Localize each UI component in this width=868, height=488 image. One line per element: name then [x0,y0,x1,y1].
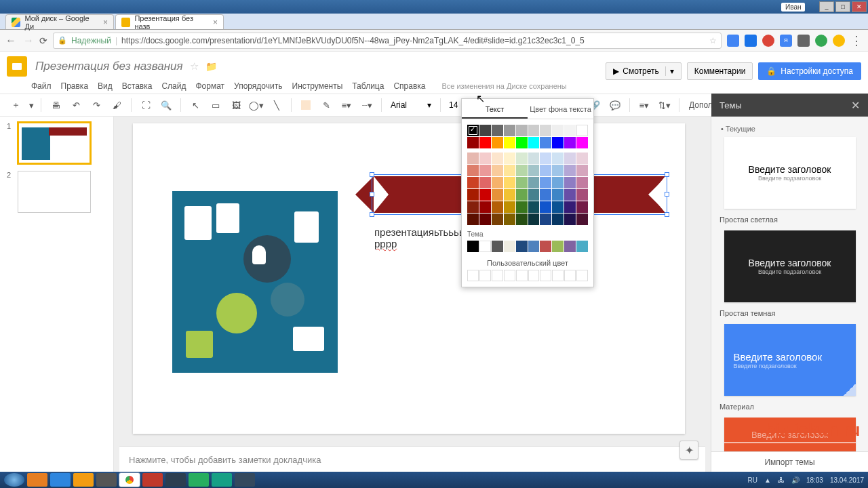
color-swatch[interactable] [492,177,503,188]
color-swatch[interactable] [528,241,540,252]
color-swatch[interactable] [576,214,588,225]
color-swatch[interactable] [576,189,588,201]
tray-network-icon[interactable]: 🖧 [778,476,785,484]
color-swatch[interactable] [492,241,503,252]
menu-file[interactable]: Файл [31,81,52,91]
text-color-tab[interactable]: Текст [462,99,528,119]
color-swatch[interactable] [479,177,491,188]
reload-button[interactable]: ⟳ [39,35,47,46]
taskbar-app-icon[interactable] [165,473,186,487]
color-swatch[interactable] [479,201,491,213]
slides-logo-icon[interactable] [7,56,27,77]
color-swatch[interactable] [492,165,503,176]
custom-color-slot[interactable] [528,270,540,281]
color-swatch[interactable] [492,189,503,201]
select-tool[interactable]: ↖ [186,96,204,114]
color-swatch[interactable] [552,137,564,148]
tab-close-icon[interactable]: × [103,18,108,27]
custom-color-slot[interactable] [479,270,491,281]
window-close-button[interactable]: ✕ [852,1,867,12]
ext-icon[interactable] [797,35,810,47]
resize-handle[interactable] [370,172,374,177]
theme-card-light[interactable]: Введите заголовок Введите подзаголовок [724,137,856,209]
taskbar-app-icon[interactable] [73,473,94,487]
color-swatch[interactable] [540,189,551,201]
slide-thumbnail[interactable] [18,171,91,213]
tray-date[interactable]: 13.04.2017 [830,476,864,484]
color-swatch[interactable] [504,241,515,252]
color-swatch[interactable] [540,177,551,188]
color-swatch[interactable] [492,201,503,213]
color-swatch[interactable] [564,214,576,225]
color-swatch[interactable] [504,137,515,148]
font-family-select[interactable]: Arial▾ [387,97,435,113]
color-swatch[interactable] [552,177,564,188]
menu-slide[interactable]: Слайд [161,81,186,91]
custom-color-slot[interactable] [564,270,576,281]
color-swatch[interactable] [528,189,540,201]
color-swatch[interactable] [467,201,479,213]
back-button[interactable]: ← [5,35,16,47]
color-swatch[interactable] [552,189,564,201]
color-swatch[interactable] [504,125,515,136]
print-button[interactable]: 🖶 [47,96,64,114]
color-swatch[interactable] [528,125,540,136]
color-swatch[interactable] [540,137,551,148]
color-swatch[interactable] [504,165,515,176]
taskbar-app-icon[interactable] [189,473,209,487]
color-swatch[interactable] [504,201,515,213]
color-swatch[interactable] [504,177,515,188]
color-swatch[interactable] [467,177,479,188]
color-swatch[interactable] [552,241,564,252]
fill-color-button[interactable] [297,96,315,114]
color-swatch[interactable] [564,137,576,148]
resize-handle[interactable] [665,172,669,177]
color-swatch[interactable] [467,214,479,225]
taskbar-app-icon[interactable] [50,473,71,487]
tray-time[interactable]: 18:03 [806,476,823,484]
slide-thumbnail[interactable] [18,122,91,164]
custom-color-slot[interactable] [576,270,588,281]
browser-menu-icon[interactable]: ⋮ [850,33,863,48]
color-swatch[interactable] [540,214,551,225]
color-swatch[interactable] [528,177,540,188]
color-swatch[interactable] [492,214,503,225]
color-swatch[interactable] [576,125,588,136]
color-swatch[interactable] [516,165,528,176]
document-title[interactable]: Презентация без названия [35,60,183,73]
ext-icon[interactable] [762,35,774,47]
color-swatch[interactable] [504,214,515,225]
comments-button[interactable]: Комментарии [687,62,753,80]
color-swatch[interactable] [479,214,491,225]
new-slide-button[interactable]: ＋ [7,96,24,114]
window-maximize-button[interactable]: □ [835,1,850,12]
present-button[interactable]: ▶ Смотреть ▾ [606,62,682,80]
taskbar-app-icon[interactable] [27,473,47,487]
custom-color-slot[interactable] [552,270,564,281]
theme-card-dark[interactable]: Введите заголовок Введите подзаголовок [724,230,856,302]
color-swatch[interactable] [528,214,540,225]
tab-close-icon[interactable]: × [213,18,218,27]
forward-button[interactable]: → [23,35,34,47]
menu-tools[interactable]: Инструменты [292,81,343,91]
start-button[interactable] [4,473,24,487]
zoom-fit-button[interactable]: ⛶ [137,96,155,114]
color-swatch[interactable] [576,201,588,213]
color-swatch[interactable] [479,125,491,136]
undo-button[interactable]: ↶ [67,96,85,114]
color-swatch[interactable] [540,152,551,164]
line-tool[interactable]: ╲ [268,96,285,114]
taskbar-app-chrome[interactable] [119,473,140,487]
color-swatch[interactable] [467,241,479,252]
speaker-notes[interactable]: Нажмите, чтобы добавить заметки докладчи… [119,446,705,472]
ext-icon[interactable] [745,35,757,47]
color-swatch[interactable] [479,165,491,176]
browser-tab-drive[interactable]: Мой диск – Google Ди × [5,14,114,29]
menu-view[interactable]: Вид [98,81,113,91]
theme-card-material[interactable]: Введите заголовок Введите подзаголовок [724,324,856,396]
custom-color-slot[interactable] [516,270,528,281]
tray-volume-icon[interactable]: 🔊 [791,476,800,484]
color-swatch[interactable] [516,201,528,213]
color-swatch[interactable] [516,137,528,148]
custom-color-button[interactable]: Пользовательский цвет [462,255,593,270]
